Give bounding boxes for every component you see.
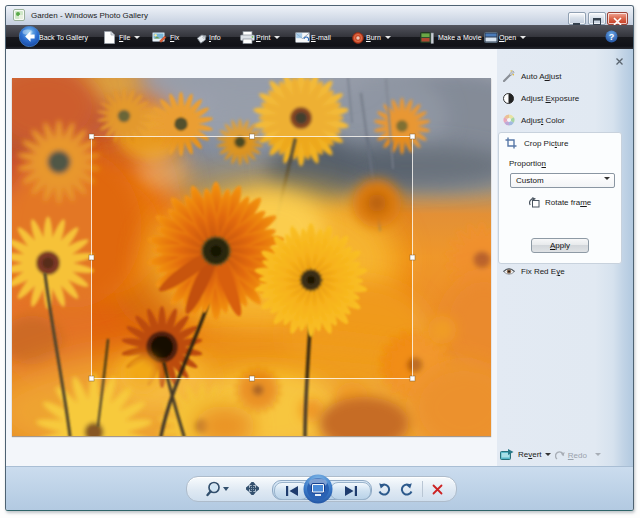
svg-text:?: ? (609, 32, 615, 42)
